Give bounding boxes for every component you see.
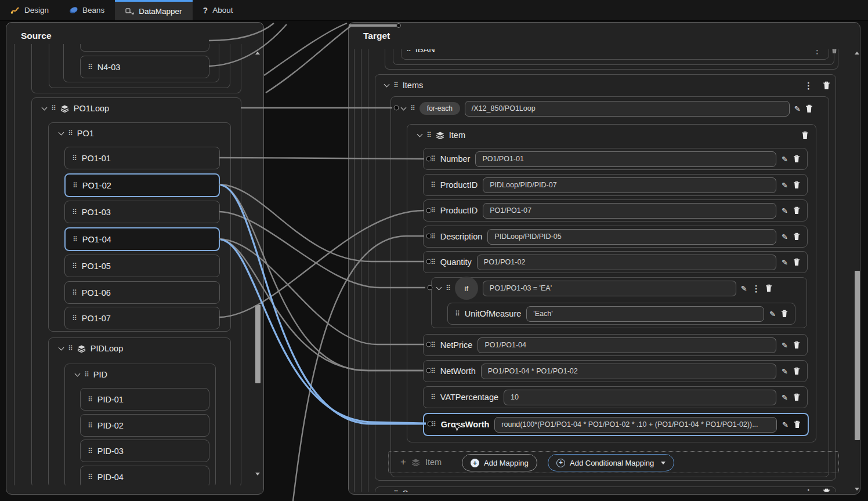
field-expression-input[interactable]: 10 [504, 390, 776, 405]
target-scroll-down-arrow[interactable] [855, 488, 859, 491]
chevron-down-icon[interactable] [384, 81, 390, 87]
source-node-pidloop[interactable]: ⠿ PIDLoop [59, 337, 123, 360]
add-mapping-button[interactable]: + Add Mapping [462, 454, 537, 471]
field-expression-input[interactable]: PO1/PO1-01 [475, 151, 776, 167]
drag-grip-icon[interactable]: ⠿ [426, 132, 431, 139]
target-field-networth[interactable]: ⠿ NetWorth PO1/PO1-04 * PO1/PO1-02 ✎ [423, 360, 808, 382]
trash-icon[interactable] [794, 420, 801, 429]
chevron-down-icon[interactable] [436, 284, 442, 290]
target-field-productid-1[interactable]: ⠿ ProductID PIDLoop/PID/PID-07 ✎ [423, 174, 808, 196]
source-node-po1-02[interactable]: ⠿ PO1-02 [64, 173, 220, 197]
field-expression-input[interactable]: round(100*(PO1/PO1-04 * PO1/PO1-02 * .10… [494, 417, 777, 433]
drag-grip-icon[interactable]: ⠿ [431, 155, 435, 162]
source-node-po1-06[interactable]: ⠿ PO1-06 [64, 281, 220, 304]
source-node-po1loop[interactable]: ⠿ PO1Loop [42, 97, 109, 119]
drag-grip-icon[interactable]: ⠿ [51, 105, 56, 112]
drag-grip-icon[interactable]: ⠿ [88, 396, 92, 403]
field-expression-input[interactable]: PIDLoop/PID/PID-05 [487, 229, 776, 245]
drag-grip-icon[interactable]: ⠿ [73, 182, 77, 189]
trash-icon[interactable] [793, 258, 800, 266]
drag-grip-icon[interactable]: ⠿ [73, 236, 77, 243]
edit-pencil-icon[interactable]: ✎ [741, 284, 747, 293]
kebab-menu-icon[interactable]: ⋮ [804, 81, 813, 90]
chevron-down-icon[interactable] [401, 104, 407, 110]
kebab-menu-icon[interactable]: ⋮ [804, 488, 813, 497]
source-node-pid-03[interactable]: ⠿ PID-03 [80, 440, 209, 462]
trash-icon[interactable] [793, 393, 800, 401]
foreach-expression-input[interactable]: /X12_850/PO1Loop [465, 101, 790, 117]
source-node-po1-07[interactable]: ⠿ PO1-07 [64, 307, 220, 329]
drag-grip-icon[interactable]: ⠿ [431, 421, 436, 428]
tab-beans[interactable]: Beans [59, 0, 115, 20]
target-node-summary[interactable]: ⠿ Summary [385, 487, 439, 500]
target-field-netprice[interactable]: ⠿ NetPrice PO1/PO1-04 ✎ [423, 334, 808, 356]
trash-icon[interactable] [805, 104, 813, 113]
chevron-down-icon[interactable] [42, 104, 48, 110]
field-expression-input[interactable]: PO1/PO1-07 [483, 203, 776, 219]
target-node-if[interactable]: ⠿ if PO1/PO1-03 = 'EA' ✎ ⋮ [437, 277, 801, 299]
drag-grip-icon[interactable]: ⠿ [84, 371, 89, 378]
trash-icon[interactable] [793, 367, 800, 375]
edit-pencil-icon[interactable]: ✎ [782, 206, 788, 215]
drag-grip-icon[interactable]: ⠿ [88, 448, 92, 455]
trash-icon[interactable] [793, 181, 800, 189]
edit-pencil-icon[interactable]: ✎ [782, 393, 788, 402]
target-scrollbar-thumb[interactable] [855, 271, 860, 440]
drag-grip-icon[interactable]: ⠿ [431, 394, 435, 401]
trash-icon[interactable] [793, 341, 800, 349]
source-node-po1-05[interactable]: ⠿ PO1-05 [64, 255, 220, 277]
trash-icon[interactable] [823, 488, 830, 497]
target-scroll-up-arrow[interactable] [855, 52, 859, 55]
source-node-po1[interactable]: ⠿ PO1 [59, 122, 94, 144]
drag-grip-icon[interactable]: ⠿ [431, 233, 435, 240]
drag-grip-icon[interactable]: ⠿ [431, 368, 435, 375]
source-node-pid-01[interactable]: ⠿ PID-01 [80, 388, 209, 411]
trash-icon[interactable] [793, 233, 800, 241]
chevron-down-icon[interactable] [59, 129, 64, 135]
drag-grip-icon[interactable]: ⠿ [72, 315, 77, 322]
source-node-po1-01[interactable]: ⠿ PO1-01 [64, 147, 220, 169]
trash-icon[interactable] [793, 155, 800, 163]
drag-grip-icon[interactable]: ⠿ [455, 310, 460, 317]
edit-pencil-icon[interactable]: ✎ [782, 155, 788, 164]
source-node-po1-03[interactable]: ⠿ PO1-03 [64, 201, 220, 223]
source-node-pid-04[interactable]: ⠿ PID-04 [80, 466, 209, 488]
target-field-number[interactable]: ⠿ Number PO1/PO1-01 ✎ [423, 148, 808, 170]
drag-grip-icon[interactable]: ⠿ [393, 82, 398, 89]
tab-design[interactable]: Design [0, 0, 59, 20]
edit-pencil-icon[interactable]: ✎ [782, 367, 788, 376]
chevron-down-icon[interactable] [384, 489, 390, 495]
drag-grip-icon[interactable]: ⠿ [431, 342, 435, 348]
drag-grip-icon[interactable]: ⠿ [431, 259, 435, 266]
edit-pencil-icon[interactable]: ✎ [782, 341, 788, 350]
target-field-vatpercentage[interactable]: ⠿ VATPercentage 10 ✎ [423, 386, 808, 408]
drag-grip-icon[interactable]: ⠿ [88, 422, 92, 429]
trash-icon[interactable] [765, 284, 772, 292]
target-node-item[interactable]: ⠿ Item [418, 124, 465, 146]
field-expression-input[interactable]: PIDLoop/PID/PID-07 [483, 177, 776, 193]
drag-grip-icon[interactable]: ⠿ [446, 285, 450, 292]
source-node-pid-02[interactable]: ⠿ PID-02 [80, 414, 209, 437]
chevron-down-icon[interactable] [75, 371, 81, 376]
target-field-unitofmeasure[interactable]: ⠿ UnitOfMeasure 'Each' ✎ [447, 303, 795, 325]
target-field-grossworth[interactable]: ⠿ GrossWorth round(100*(PO1/PO1-04 * PO1… [423, 413, 809, 436]
edit-pencil-icon[interactable]: ✎ [782, 420, 789, 429]
trash-icon[interactable] [801, 131, 809, 140]
chevron-down-icon[interactable] [59, 344, 64, 350]
drag-grip-icon[interactable]: ⠿ [72, 289, 77, 296]
chevron-down-icon[interactable] [417, 131, 423, 137]
drag-grip-icon[interactable]: ⠿ [68, 130, 73, 137]
tab-about[interactable]: ? About [193, 0, 244, 20]
drag-grip-icon[interactable]: ⠿ [72, 263, 77, 270]
source-scrollbar-thumb[interactable] [255, 305, 261, 383]
drag-grip-icon[interactable]: ⠿ [431, 207, 435, 214]
if-condition-input[interactable]: PO1/PO1-03 = 'EA' [483, 281, 736, 296]
target-node-items[interactable]: ⠿ Items [385, 74, 423, 96]
source-node-pid[interactable]: ⠿ PID [75, 364, 107, 386]
kebab-menu-icon[interactable]: ⋮ [752, 284, 761, 293]
trash-icon[interactable] [781, 310, 788, 318]
source-scroll-down-arrow[interactable] [255, 473, 260, 475]
field-expression-input[interactable]: PO1/PO1-04 [478, 337, 776, 353]
drag-grip-icon[interactable]: ⠿ [393, 490, 398, 497]
edit-pencil-icon[interactable]: ✎ [782, 258, 788, 267]
